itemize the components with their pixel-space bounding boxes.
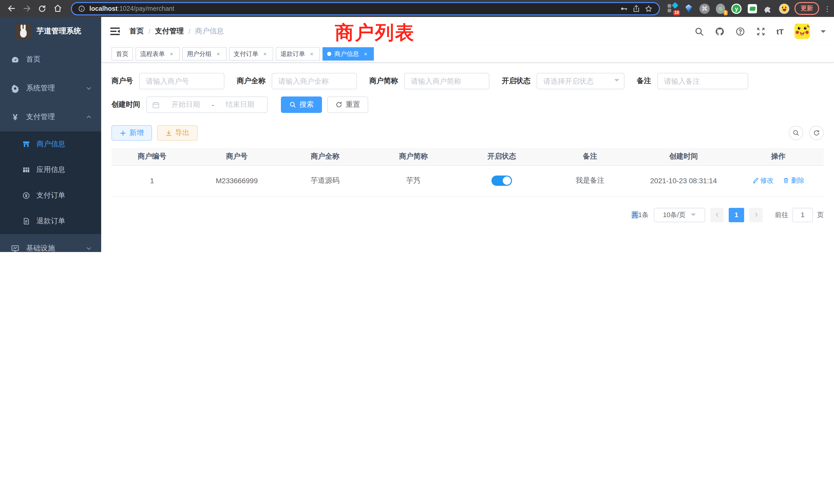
show-search-toggle-button[interactable] bbox=[789, 126, 803, 140]
merchant-no-input[interactable] bbox=[139, 73, 224, 89]
sidebar: 芋道管理系统 首页 系统管理 ¥ 支付管理 商户信息 bbox=[0, 17, 101, 252]
tab-user-group[interactable]: 用户分组× bbox=[182, 47, 226, 61]
pencil-icon bbox=[752, 177, 759, 184]
search-button-label: 搜索 bbox=[300, 100, 314, 109]
status-toggle[interactable] bbox=[491, 176, 512, 186]
gem-icon bbox=[685, 4, 692, 13]
extension-y-icon[interactable]: y bbox=[731, 3, 742, 14]
tab-merchant-info[interactable]: 商户信息× bbox=[323, 47, 374, 61]
sidebar-item-merchant-info[interactable]: 商户信息 bbox=[0, 131, 101, 157]
extension-tabs-icon[interactable]: 10 bbox=[667, 3, 678, 14]
extensions-puzzle-button[interactable] bbox=[763, 3, 774, 14]
prev-page-button[interactable] bbox=[710, 208, 724, 222]
full-name-input[interactable] bbox=[272, 73, 357, 89]
cell-short-name: 芋艿 bbox=[369, 165, 458, 196]
tab-pay-orders[interactable]: 支付订单× bbox=[229, 47, 273, 61]
next-page-button[interactable] bbox=[749, 208, 763, 222]
browser-reload-button[interactable] bbox=[36, 2, 48, 15]
extension-command-icon[interactable]: ⌘ bbox=[699, 3, 710, 14]
github-icon[interactable] bbox=[715, 26, 725, 36]
short-name-input[interactable] bbox=[404, 73, 489, 89]
emoji-avatar-icon bbox=[779, 3, 789, 14]
delete-link[interactable]: 删除 bbox=[783, 176, 805, 185]
fullscreen-icon[interactable] bbox=[756, 26, 766, 36]
sidebar-item-infrastructure[interactable]: 基础设施 bbox=[0, 234, 101, 252]
table-toolbar: 新增 导出 bbox=[111, 125, 824, 141]
add-button-label: 新增 bbox=[129, 128, 144, 138]
sidebar-logo[interactable]: 芋道管理系统 bbox=[0, 17, 101, 45]
tab-close-icon[interactable]: × bbox=[261, 50, 269, 58]
chevron-up-icon bbox=[86, 114, 92, 120]
sidebar-item-refund-orders[interactable]: 退款订单 bbox=[0, 208, 101, 234]
export-button[interactable]: 导出 bbox=[157, 125, 198, 141]
avatar-caret-icon[interactable] bbox=[821, 30, 826, 35]
browser-extensions: 10 ⌘ 1 y 更新 ⋮ bbox=[667, 2, 829, 15]
status-select-input[interactable] bbox=[537, 73, 624, 89]
start-date-placeholder: 开始日期 bbox=[164, 100, 207, 109]
goto-label: 前往 bbox=[775, 210, 788, 220]
trash-icon bbox=[783, 177, 790, 184]
y-circle-icon: y bbox=[731, 3, 742, 14]
remark-label: 备注 bbox=[637, 76, 651, 86]
search-icon bbox=[792, 129, 799, 137]
reset-button[interactable]: 重置 bbox=[327, 96, 368, 113]
address-bar[interactable]: localhost:1024/pay/merchant bbox=[71, 2, 660, 15]
tab-close-icon[interactable]: × bbox=[362, 50, 369, 58]
tab-close-icon[interactable]: × bbox=[168, 50, 175, 58]
tab-close-icon[interactable]: × bbox=[215, 50, 222, 58]
tab-home[interactable]: 首页 bbox=[111, 47, 133, 61]
search-icon[interactable] bbox=[694, 26, 704, 36]
bookmark-star-icon[interactable] bbox=[644, 4, 653, 13]
page-size-select[interactable]: 10条/页 bbox=[654, 208, 705, 222]
extension-gem-icon[interactable] bbox=[683, 3, 694, 14]
sidebar-fold-icon[interactable] bbox=[109, 26, 121, 37]
table-row: 1 M233666999 芋道源码 芋艿 我是备注 2021-10-23 08:… bbox=[111, 165, 824, 196]
extension-chat-icon[interactable] bbox=[747, 3, 758, 14]
cell-create-time: 2021-10-23 08:31:14 bbox=[634, 165, 733, 196]
pagination: 共1条 10条/页 1 前往 页 bbox=[111, 208, 824, 222]
refresh-table-button[interactable] bbox=[809, 126, 824, 140]
browser-menu-button[interactable]: ⋮ bbox=[824, 4, 829, 13]
browser-home-button[interactable] bbox=[51, 2, 64, 15]
sidebar-item-system[interactable]: 系统管理 bbox=[0, 74, 101, 102]
browser-forward-button[interactable] bbox=[21, 2, 33, 15]
sidebar-item-app-info[interactable]: 应用信息 bbox=[0, 157, 101, 183]
tab-process-form[interactable]: 流程表单× bbox=[136, 47, 180, 61]
help-icon[interactable] bbox=[736, 26, 745, 36]
share-icon[interactable] bbox=[632, 4, 640, 13]
grid-icon bbox=[22, 166, 30, 174]
sidebar-item-home[interactable]: 首页 bbox=[0, 45, 101, 74]
add-button[interactable]: 新增 bbox=[111, 125, 152, 141]
main-area: 商户列表 首页 / 支付管理 / 商户信息 tT bbox=[101, 17, 834, 252]
edit-link[interactable]: 修改 bbox=[752, 176, 774, 185]
col-actions: 操作 bbox=[733, 148, 824, 165]
extension-blob-icon[interactable]: 1 bbox=[715, 3, 726, 14]
date-range-input[interactable]: 开始日期 - 结束日期 bbox=[146, 96, 267, 113]
search-icon bbox=[289, 101, 296, 108]
page-size-value: 10条/页 bbox=[663, 210, 686, 220]
browser-back-button[interactable] bbox=[5, 2, 18, 15]
puzzle-icon bbox=[764, 4, 773, 13]
sidebar-item-pay-orders[interactable]: 支付订单 bbox=[0, 183, 101, 208]
sidebar-item-payment[interactable]: ¥ 支付管理 bbox=[0, 102, 101, 131]
browser-update-button[interactable]: 更新 bbox=[794, 2, 819, 15]
user-avatar[interactable] bbox=[794, 24, 810, 39]
breadcrumb-payment[interactable]: 支付管理 bbox=[155, 27, 184, 36]
tab-refund-orders[interactable]: 退款订单× bbox=[276, 47, 320, 61]
font-size-icon[interactable]: tT bbox=[776, 27, 784, 36]
password-key-icon[interactable] bbox=[620, 4, 628, 13]
remark-input[interactable] bbox=[657, 73, 748, 89]
status-select[interactable] bbox=[537, 73, 624, 89]
tab-close-icon[interactable]: × bbox=[308, 50, 315, 58]
payment-submenu: 商户信息 应用信息 支付订单 退款订单 bbox=[0, 131, 101, 234]
navbar-actions: tT bbox=[694, 24, 826, 39]
current-page-button[interactable]: 1 bbox=[729, 208, 744, 222]
browser-profile-avatar[interactable] bbox=[778, 3, 790, 14]
search-button[interactable]: 搜索 bbox=[281, 96, 322, 113]
site-info-icon[interactable] bbox=[78, 5, 85, 12]
goto-page-input[interactable] bbox=[792, 208, 813, 222]
edit-link-label: 修改 bbox=[760, 176, 774, 185]
reload-icon bbox=[38, 4, 46, 13]
breadcrumb-home[interactable]: 首页 bbox=[129, 27, 144, 36]
chevron-left-icon bbox=[714, 212, 720, 217]
